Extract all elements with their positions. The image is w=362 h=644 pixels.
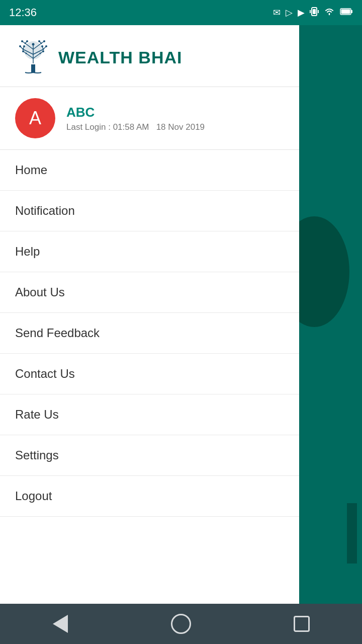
menu-item-contact-us[interactable]: Contact Us <box>0 354 299 394</box>
gmail-icon: ✉ <box>273 7 281 18</box>
menu-item-notification[interactable]: Notification <box>0 191 299 231</box>
logo-tree-icon <box>15 39 51 75</box>
svg-rect-5 <box>351 10 352 13</box>
bottom-navigation <box>0 604 362 644</box>
menu-item-rate-us[interactable]: Rate Us <box>0 394 299 435</box>
wifi-icon <box>324 8 335 18</box>
menu-item-logout[interactable]: Logout <box>0 476 299 517</box>
svg-point-34 <box>41 45 43 47</box>
svg-rect-1 <box>313 9 316 14</box>
menu-item-settings[interactable]: Settings <box>0 435 299 476</box>
user-info-section[interactable]: A ABC Last Login : 01:58 AM 18 Nov 2019 <box>0 87 299 150</box>
status-time: 12:36 <box>9 6 37 19</box>
recents-button[interactable] <box>287 609 317 639</box>
status-bar: 12:36 ✉ ▷ ▶ <box>0 0 362 25</box>
avatar: A <box>15 98 55 138</box>
svg-point-37 <box>25 43 26 44</box>
battery-icon <box>340 8 353 18</box>
svg-point-41 <box>26 53 27 54</box>
svg-point-40 <box>43 49 44 50</box>
svg-rect-6 <box>341 9 350 14</box>
drawer-panel: WEALTH BHAI A ABC Last Login : 01:58 AM … <box>0 25 299 644</box>
svg-point-30 <box>43 40 45 42</box>
vibrate-icon <box>310 7 319 19</box>
back-icon <box>53 615 68 633</box>
svg-rect-7 <box>31 64 35 72</box>
right-panel <box>299 25 362 644</box>
recents-icon <box>294 616 310 632</box>
svg-point-32 <box>23 45 25 47</box>
svg-point-38 <box>41 43 42 44</box>
youtube-icon: ▶ <box>298 7 305 18</box>
svg-point-31 <box>19 45 21 47</box>
svg-point-33 <box>45 45 47 47</box>
svg-point-39 <box>23 49 24 50</box>
menu-list: Home Notification Help About Us Send Fee… <box>0 150 299 644</box>
user-name: ABC <box>66 105 205 120</box>
home-button[interactable] <box>166 609 196 639</box>
menu-item-send-feedback[interactable]: Send Feedback <box>0 313 299 354</box>
drawer-overlay: WEALTH BHAI A ABC Last Login : 01:58 AM … <box>0 25 362 644</box>
svg-point-26 <box>21 40 23 42</box>
svg-point-29 <box>38 40 40 42</box>
play-icon: ▷ <box>286 7 293 18</box>
menu-item-home[interactable]: Home <box>0 150 299 191</box>
svg-point-42 <box>40 53 41 54</box>
last-login-text: Last Login : 01:58 AM 18 Nov 2019 <box>66 122 205 132</box>
svg-point-28 <box>32 43 35 46</box>
menu-item-help[interactable]: Help <box>0 231 299 272</box>
logo-area: WEALTH BHAI <box>0 25 299 87</box>
svg-point-35 <box>22 50 24 52</box>
deco-rect <box>347 503 357 564</box>
back-button[interactable] <box>45 609 75 639</box>
svg-point-27 <box>26 40 28 42</box>
menu-item-about-us[interactable]: About Us <box>0 272 299 313</box>
home-icon <box>171 614 191 634</box>
status-icons: ✉ ▷ ▶ <box>273 7 353 19</box>
app-title: WEALTH BHAI <box>58 48 182 67</box>
svg-point-36 <box>42 50 44 52</box>
user-details: ABC Last Login : 01:58 AM 18 Nov 2019 <box>66 105 205 132</box>
deco-circle <box>299 216 349 327</box>
